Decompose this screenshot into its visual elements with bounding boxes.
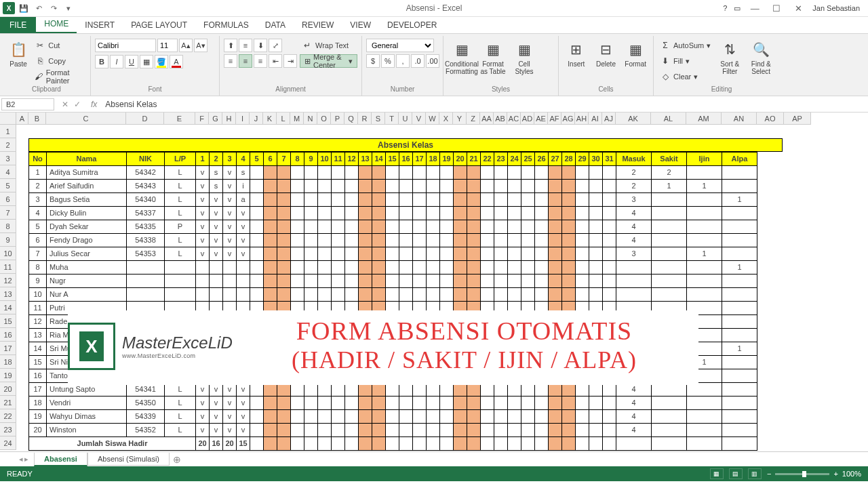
sheet-tab-other[interactable]: Absensi (Simulasi) — [87, 453, 170, 466]
col-header[interactable]: AI — [589, 113, 602, 124]
increase-indent-icon[interactable]: ⇥ — [283, 54, 297, 68]
autosum-button[interactable]: ΣAutoSum▾ — [658, 39, 713, 52]
table-row[interactable]: 4Dicky Bulin54337Lvvvv4 — [29, 207, 757, 220]
row-header[interactable]: 11 — [0, 260, 16, 274]
col-header[interactable]: T — [385, 113, 399, 124]
col-header[interactable]: W — [426, 113, 439, 124]
tab-formulas[interactable]: FORMULAS — [195, 17, 257, 33]
col-header[interactable]: Z — [467, 113, 480, 124]
col-header[interactable]: D — [126, 113, 164, 124]
table-row[interactable]: 2Arief Saifudin54343Lvsvi211 — [29, 180, 757, 193]
row-header[interactable]: 20 — [0, 382, 16, 396]
col-header[interactable]: AF — [548, 113, 561, 124]
col-header[interactable]: AE — [534, 113, 548, 124]
tab-developer[interactable]: DEVELOPER — [379, 17, 445, 33]
col-header[interactable]: Q — [344, 113, 358, 124]
name-box[interactable]: B2 — [1, 98, 54, 110]
add-sheet-icon[interactable]: ⊕ — [170, 454, 184, 465]
cut-button[interactable]: ✂Cut — [33, 39, 86, 52]
col-header[interactable]: AP — [784, 113, 811, 124]
ribbon-options-icon[interactable]: ▭ — [734, 4, 741, 13]
row-header[interactable]: 1 — [0, 125, 16, 138]
col-header[interactable]: Y — [453, 113, 467, 124]
tab-home[interactable]: HOME — [36, 16, 77, 33]
col-header[interactable]: AD — [521, 113, 534, 124]
row-header[interactable]: 21 — [0, 396, 16, 409]
row-header[interactable]: 23 — [0, 423, 16, 436]
row-header[interactable]: 18 — [0, 355, 16, 369]
tab-data[interactable]: DATA — [257, 17, 294, 33]
format-as-table-button[interactable]: ▦Format as Table — [479, 37, 507, 85]
find-select-button[interactable]: 🔍Find & Select — [747, 37, 775, 85]
table-row[interactable]: 20Winston54352Lvvvv4 — [29, 424, 757, 437]
tab-review[interactable]: REVIEW — [294, 17, 342, 33]
col-header[interactable]: J — [250, 113, 263, 124]
col-header[interactable]: AB — [494, 113, 507, 124]
col-header[interactable]: AC — [507, 113, 521, 124]
col-header[interactable]: C — [46, 113, 126, 124]
percent-icon[interactable]: % — [381, 54, 395, 68]
table-row[interactable]: 5Dyah Sekar54335Pvvvv4 — [29, 220, 757, 234]
bold-button[interactable]: B — [95, 55, 108, 68]
table-row[interactable]: 10Nur A — [29, 288, 757, 302]
col-header[interactable]: AO — [757, 113, 784, 124]
col-header[interactable]: E — [164, 113, 195, 124]
clear-button[interactable]: ◇Clear▾ — [658, 70, 713, 83]
row-header[interactable]: 2 — [0, 138, 16, 152]
tab-file[interactable]: FILE — [0, 17, 36, 33]
table-row[interactable]: 1Aditya Sumitra54342Lvsvs22 — [29, 166, 757, 180]
italic-button[interactable]: I — [110, 55, 123, 68]
table-row[interactable]: 6Fendy Drago54338Lvvvv4 — [29, 234, 757, 247]
row-header[interactable]: 16 — [0, 328, 16, 342]
minimize-icon[interactable]: — — [747, 1, 762, 15]
col-header[interactable]: S — [372, 113, 385, 124]
decrease-indent-icon[interactable]: ⇤ — [269, 54, 282, 68]
view-page-layout-icon[interactable]: ▤ — [729, 468, 743, 479]
table-row[interactable]: 8Muha1 — [29, 261, 757, 274]
col-header[interactable]: AH — [575, 113, 589, 124]
attendance-table[interactable]: NoNamaNIKL/P1234567891011121314151617181… — [28, 152, 757, 451]
row-header[interactable]: 17 — [0, 342, 16, 355]
user-name[interactable]: Jan Sebastian — [812, 4, 860, 12]
underline-button[interactable]: U — [125, 55, 138, 68]
table-row[interactable]: 9Nugr — [29, 274, 757, 288]
align-center-icon[interactable]: ≡ — [239, 54, 252, 68]
col-header[interactable]: V — [412, 113, 426, 124]
cell-styles-button[interactable]: ▦Cell Styles — [510, 37, 538, 85]
col-header[interactable]: F — [195, 113, 209, 124]
tab-page-layout[interactable]: PAGE LAYOUT — [123, 17, 195, 33]
select-all-corner[interactable] — [0, 113, 16, 125]
row-header[interactable]: 10 — [0, 247, 16, 260]
col-header[interactable]: H — [222, 113, 236, 124]
sort-filter-button[interactable]: ⇅Sort & Filter — [715, 37, 744, 85]
row-header[interactable]: 5 — [0, 179, 16, 192]
col-header[interactable]: R — [358, 113, 372, 124]
tab-insert[interactable]: INSERT — [77, 17, 123, 33]
row-header[interactable]: 6 — [0, 192, 16, 206]
col-header[interactable]: AA — [480, 113, 494, 124]
col-header[interactable]: G — [209, 113, 222, 124]
fill-button[interactable]: ⬇Fill▾ — [658, 54, 713, 68]
currency-icon[interactable]: $ — [366, 54, 380, 68]
delete-cells-button[interactable]: ⊟Delete — [593, 37, 620, 85]
copy-button[interactable]: ⎘Copy — [33, 54, 86, 68]
column-headers[interactable]: ABCDEFGHIJKLMNOPQRSTUVWXYZAAABACADAEAFAG… — [16, 113, 811, 125]
row-header[interactable]: 8 — [0, 220, 16, 233]
col-header[interactable]: O — [317, 113, 331, 124]
row-header[interactable]: 14 — [0, 301, 16, 314]
font-size-input[interactable] — [157, 39, 178, 52]
formula-input[interactable]: Absensi Kelas — [101, 98, 868, 110]
tab-view[interactable]: VIEW — [342, 17, 379, 33]
view-page-break-icon[interactable]: ▥ — [748, 468, 762, 479]
col-header[interactable]: U — [399, 113, 412, 124]
paste-button[interactable]: 📋Paste — [7, 37, 30, 85]
tab-nav-prev-icon[interactable]: ◂ — [19, 455, 23, 464]
col-header[interactable]: A — [16, 113, 28, 124]
row-header[interactable]: 15 — [0, 314, 16, 328]
row-header[interactable]: 4 — [0, 165, 16, 179]
col-header[interactable]: AG — [561, 113, 575, 124]
enter-formula-icon[interactable]: ✓ — [72, 100, 83, 109]
col-header[interactable]: AM — [686, 113, 722, 124]
increase-decimal-icon[interactable]: .0 — [411, 54, 425, 68]
font-name-input[interactable] — [95, 39, 156, 52]
